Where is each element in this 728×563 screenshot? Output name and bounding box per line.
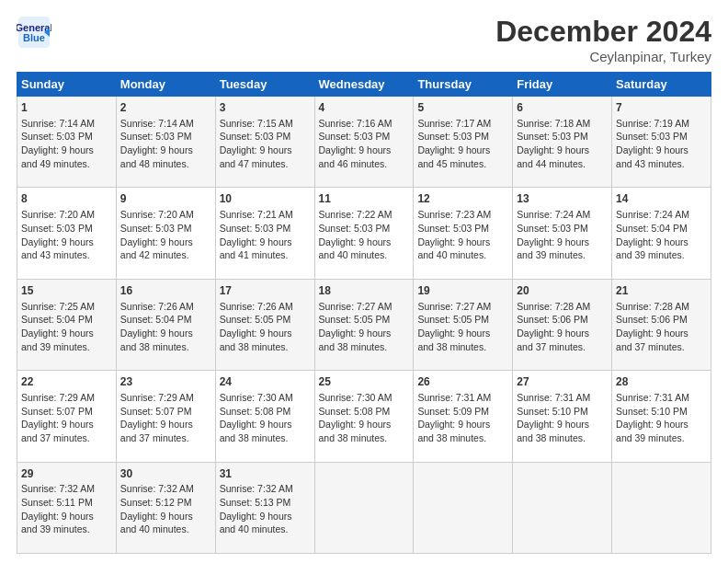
day-info-line: Daylight: 9 hours [220, 418, 311, 431]
calendar-day-cell: 13Sunrise: 7:24 AMSunset: 5:03 PMDayligh… [513, 188, 612, 279]
day-info-line: Sunrise: 7:30 AM [220, 391, 311, 405]
calendar-week-row: 1Sunrise: 7:14 AMSunset: 5:03 PMDaylight… [17, 97, 711, 188]
day-info-line: Sunset: 5:09 PM [417, 405, 508, 419]
day-number: 31 [220, 466, 311, 482]
calendar-week-row: 8Sunrise: 7:20 AMSunset: 5:03 PMDaylight… [17, 188, 711, 279]
day-info-line: Sunset: 5:05 PM [220, 313, 311, 327]
calendar-day-cell: 15Sunrise: 7:25 AMSunset: 5:04 PMDayligh… [17, 279, 117, 370]
day-info-line: Sunset: 5:04 PM [21, 313, 112, 327]
calendar-day-cell: 4Sunrise: 7:16 AMSunset: 5:03 PMDaylight… [314, 97, 414, 188]
day-info-line: Sunrise: 7:31 AM [417, 391, 508, 405]
day-info-line: Daylight: 9 hours [417, 327, 508, 340]
calendar-day-cell: 7Sunrise: 7:19 AMSunset: 5:03 PMDaylight… [612, 97, 711, 188]
day-info-line: Sunrise: 7:32 AM [21, 482, 112, 496]
day-info-line: Sunrise: 7:31 AM [616, 391, 707, 405]
day-info-line: Sunset: 5:04 PM [616, 222, 707, 236]
day-info-line: Daylight: 9 hours [120, 236, 211, 249]
day-info-line: and 39 minutes. [616, 431, 707, 445]
page: General Blue December 2024 Ceylanpinar, … [0, 0, 728, 563]
calendar-day-cell: 20Sunrise: 7:28 AMSunset: 5:06 PMDayligh… [513, 279, 612, 370]
calendar-day-cell: 16Sunrise: 7:26 AMSunset: 5:04 PMDayligh… [116, 279, 215, 370]
day-info-line: Sunrise: 7:14 AM [120, 117, 211, 131]
day-info-line: Sunrise: 7:26 AM [120, 300, 211, 314]
day-info-line: Daylight: 9 hours [616, 236, 707, 249]
calendar-header-cell: Friday [513, 73, 612, 97]
day-info-line: Sunset: 5:05 PM [417, 313, 508, 327]
day-info-line: Daylight: 9 hours [220, 236, 311, 249]
day-info-line: Sunrise: 7:24 AM [616, 208, 707, 222]
day-number: 14 [616, 191, 707, 207]
day-info-line: Daylight: 9 hours [616, 327, 707, 340]
day-info-line: and 42 minutes. [120, 248, 211, 262]
day-info-line: and 41 minutes. [220, 248, 311, 262]
calendar-week-row: 15Sunrise: 7:25 AMSunset: 5:04 PMDayligh… [17, 279, 711, 370]
day-info-line: and 38 minutes. [220, 340, 311, 354]
day-info-line: and 39 minutes. [21, 523, 112, 536]
calendar-day-cell [314, 462, 414, 553]
day-number: 13 [517, 191, 608, 207]
calendar-day-cell: 10Sunrise: 7:21 AMSunset: 5:03 PMDayligh… [215, 188, 314, 279]
calendar-header-cell: Sunday [17, 73, 117, 97]
day-info-line: Sunset: 5:03 PM [220, 130, 311, 144]
day-number: 30 [120, 466, 211, 482]
day-info-line: Sunset: 5:06 PM [616, 313, 707, 327]
day-info-line: Sunset: 5:03 PM [616, 130, 707, 144]
calendar-header-cell: Tuesday [215, 73, 314, 97]
calendar-header-cell: Monday [116, 73, 215, 97]
day-info-line: and 37 minutes. [21, 431, 112, 445]
calendar-day-cell: 9Sunrise: 7:20 AMSunset: 5:03 PMDaylight… [116, 188, 215, 279]
calendar-day-cell: 31Sunrise: 7:32 AMSunset: 5:13 PMDayligh… [215, 462, 314, 553]
calendar-day-cell: 12Sunrise: 7:23 AMSunset: 5:03 PMDayligh… [414, 188, 513, 279]
calendar-week-row: 22Sunrise: 7:29 AMSunset: 5:07 PMDayligh… [17, 371, 711, 462]
calendar-day-cell: 2Sunrise: 7:14 AMSunset: 5:03 PMDaylight… [116, 97, 215, 188]
day-number: 9 [120, 191, 211, 207]
day-info-line: Sunrise: 7:20 AM [120, 208, 211, 222]
day-info-line: Daylight: 9 hours [21, 510, 112, 523]
day-info-line: Sunrise: 7:17 AM [417, 117, 508, 131]
day-info-line: Daylight: 9 hours [616, 418, 707, 431]
day-info-line: and 39 minutes. [517, 248, 608, 262]
day-info-line: Sunset: 5:03 PM [417, 222, 508, 236]
day-info-line: and 39 minutes. [21, 340, 112, 354]
day-info-line: and 46 minutes. [319, 157, 410, 171]
calendar-day-cell: 5Sunrise: 7:17 AMSunset: 5:03 PMDaylight… [414, 97, 513, 188]
day-info-line: and 37 minutes. [517, 340, 608, 354]
calendar-day-cell: 30Sunrise: 7:32 AMSunset: 5:12 PMDayligh… [116, 462, 215, 553]
day-number: 24 [220, 374, 311, 390]
day-info-line: Daylight: 9 hours [417, 144, 508, 157]
day-info-line: and 38 minutes. [220, 431, 311, 445]
day-info-line: Sunset: 5:03 PM [319, 130, 410, 144]
day-number: 19 [417, 283, 508, 299]
day-info-line: and 43 minutes. [616, 157, 707, 171]
day-info-line: Sunset: 5:04 PM [120, 313, 211, 327]
day-info-line: Daylight: 9 hours [21, 327, 112, 340]
calendar-day-cell: 26Sunrise: 7:31 AMSunset: 5:09 PMDayligh… [414, 371, 513, 462]
day-number: 8 [21, 191, 112, 207]
day-number: 28 [616, 374, 707, 390]
calendar-day-cell [612, 462, 711, 553]
calendar-table: SundayMondayTuesdayWednesdayThursdayFrid… [17, 72, 711, 554]
calendar-day-cell: 28Sunrise: 7:31 AMSunset: 5:10 PMDayligh… [612, 371, 711, 462]
calendar-body: 1Sunrise: 7:14 AMSunset: 5:03 PMDaylight… [17, 97, 711, 554]
day-info-line: Daylight: 9 hours [21, 418, 112, 431]
day-info-line: and 45 minutes. [417, 157, 508, 171]
day-info-line: and 40 minutes. [417, 248, 508, 262]
day-info-line: Sunset: 5:03 PM [417, 130, 508, 144]
day-info-line: and 48 minutes. [120, 157, 211, 171]
day-info-line: and 38 minutes. [319, 431, 410, 445]
title-block: December 2024 Ceylanpinar, Turkey [495, 15, 711, 64]
day-info-line: Sunset: 5:03 PM [120, 130, 211, 144]
day-info-line: and 43 minutes. [21, 248, 112, 262]
calendar-header-cell: Thursday [414, 73, 513, 97]
day-info-line: Sunrise: 7:24 AM [517, 208, 608, 222]
day-number: 17 [220, 283, 311, 299]
calendar-day-cell: 14Sunrise: 7:24 AMSunset: 5:04 PMDayligh… [612, 188, 711, 279]
day-info-line: Sunrise: 7:29 AM [120, 391, 211, 405]
day-number: 20 [517, 283, 608, 299]
day-info-line: and 38 minutes. [417, 431, 508, 445]
day-info-line: Sunrise: 7:25 AM [21, 300, 112, 314]
day-info-line: Daylight: 9 hours [120, 144, 211, 157]
day-info-line: Sunrise: 7:19 AM [616, 117, 707, 131]
day-info-line: Daylight: 9 hours [319, 236, 410, 249]
day-info-line: Sunrise: 7:23 AM [417, 208, 508, 222]
